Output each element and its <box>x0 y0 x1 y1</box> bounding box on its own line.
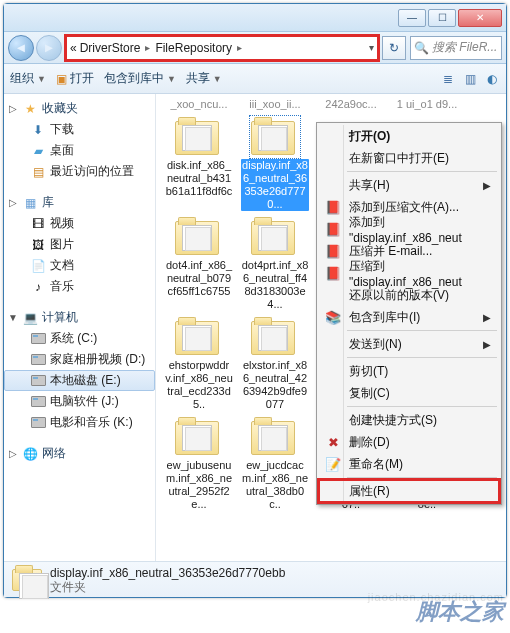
include-menu[interactable]: 包含到库中▼ <box>104 70 176 87</box>
menu-compress-to[interactable]: 📕压缩到 "display.inf_x86_neut <box>319 262 499 284</box>
address-bar: ◄ ► « DriverStore ▸ FileRepository ▸ ▾ ↻… <box>4 32 506 64</box>
menu-open[interactable]: 打开(O) <box>319 125 499 147</box>
search-input[interactable]: 🔍 搜索 FileR... <box>410 36 502 60</box>
tree-item-desktop[interactable]: ▰桌面 <box>4 140 155 161</box>
minimize-button[interactable]: — <box>398 9 426 27</box>
folder-item[interactable]: 1 ui_o1 d9... <box>392 98 462 111</box>
library-icon: 📚 <box>324 310 342 325</box>
tree-item-drive-j[interactable]: 电脑软件 (J:) <box>4 391 155 412</box>
menu-rename[interactable]: 📝重命名(M) <box>319 453 499 475</box>
rename-icon: 📝 <box>324 457 342 472</box>
breadcrumb-item[interactable]: DriverStore <box>80 41 141 55</box>
tree-group-libraries[interactable]: ▷▦库 <box>4 192 155 213</box>
help-icon[interactable]: ◐ <box>484 71 500 87</box>
menu-send-to[interactable]: 发送到(N)▶ <box>319 333 499 355</box>
watermark: 脚本之家 <box>416 597 504 627</box>
tree-item-drive-k[interactable]: 电影和音乐 (K:) <box>4 412 155 433</box>
view-icon[interactable]: ≣ <box>440 71 456 87</box>
tree-item-downloads[interactable]: ⬇下载 <box>4 119 155 140</box>
breadcrumb-sep: ▸ <box>143 42 152 53</box>
folder-item[interactable]: _xoo_ncu... <box>164 98 234 111</box>
titlebar: — ☐ ✕ <box>4 4 506 32</box>
address-input[interactable]: « DriverStore ▸ FileRepository ▸ ▾ <box>66 36 378 60</box>
tree-item-drive-e[interactable]: 本地磁盘 (E:) <box>4 370 155 391</box>
tree-group-network[interactable]: ▷🌐网络 <box>4 443 155 464</box>
folder-item[interactable]: ehstorpwddrv.inf_x86_neutral_ecd233d5.. <box>164 317 234 411</box>
breadcrumb-sep: ▸ <box>235 42 244 53</box>
open-button[interactable]: ▣打开 <box>56 70 94 87</box>
folder-item[interactable]: disk.inf_x86_neutral_b431b61a11f8df6c <box>164 117 234 211</box>
folder-item[interactable]: dot4prt.inf_x86_neutral_ff48d3183003e4..… <box>240 217 310 311</box>
maximize-button[interactable]: ☐ <box>428 9 456 27</box>
tree-item-music[interactable]: ♪音乐 <box>4 276 155 297</box>
menu-add-to[interactable]: 📕添加到 "display.inf_x86_neut <box>319 218 499 240</box>
menu-delete[interactable]: ✖删除(D) <box>319 431 499 453</box>
folder-item[interactable]: ew_jubusenum.inf_x86_neutral_2952f2e... <box>164 417 234 511</box>
breadcrumb-item[interactable]: FileRepository <box>155 41 232 55</box>
close-button[interactable]: ✕ <box>458 9 502 27</box>
folder-item[interactable]: elxstor.inf_x86_neutral_4263942b9dfe9077 <box>240 317 310 411</box>
forward-button[interactable]: ► <box>36 35 62 61</box>
folder-item[interactable]: 242a9oc... <box>316 98 386 111</box>
menu-shortcut[interactable]: 创建快捷方式(S) <box>319 409 499 431</box>
menu-share[interactable]: 共享(H)▶ <box>319 174 499 196</box>
back-button[interactable]: ◄ <box>8 35 34 61</box>
tree-item-drive-c[interactable]: 系统 (C:) <box>4 328 155 349</box>
menu-open-new-window[interactable]: 在新窗口中打开(E) <box>319 147 499 169</box>
folder-item-selected[interactable]: display.inf_x86_neutral_36353e26d7770... <box>240 117 310 211</box>
organize-menu[interactable]: 组织▼ <box>10 70 46 87</box>
folder-item[interactable]: dot4.inf_x86_neutral_b079cf65ff1c6755 <box>164 217 234 311</box>
tree-group-favorites[interactable]: ▷★收藏夹 <box>4 98 155 119</box>
context-menu: 打开(O) 在新窗口中打开(E) 共享(H)▶ 📕添加到压缩文件(A)... 📕… <box>316 122 502 505</box>
toolbar: 组织▼ ▣打开 包含到库中▼ 共享▼ ≣ ▥ ◐ <box>4 64 506 94</box>
menu-restore[interactable]: 还原以前的版本(V) <box>319 284 499 306</box>
refresh-button[interactable]: ↻ <box>382 36 406 60</box>
folder-item[interactable]: ew_jucdcacm.inf_x86_neutral_38db0c.. <box>240 417 310 511</box>
tree-item-recent[interactable]: ▤最近访问的位置 <box>4 161 155 182</box>
status-name: display.inf_x86_neutral_36353e26d7770ebb <box>50 566 285 580</box>
tree-item-pictures[interactable]: 🖼图片 <box>4 234 155 255</box>
tree-item-documents[interactable]: 📄文档 <box>4 255 155 276</box>
tree-item-drive-d[interactable]: 家庭相册视频 (D:) <box>4 349 155 370</box>
status-folder-icon <box>12 567 42 593</box>
search-icon: 🔍 <box>414 41 429 55</box>
sidebar: ▷★收藏夹 ⬇下载 ▰桌面 ▤最近访问的位置 ▷▦库 🎞视频 🖼图片 📄文档 ♪… <box>4 94 156 562</box>
breadcrumb-prefix: « <box>70 41 77 55</box>
menu-cut[interactable]: 剪切(T) <box>319 360 499 382</box>
archive-icon: 📕 <box>324 222 342 237</box>
menu-include-library[interactable]: 📚包含到库中(I)▶ <box>319 306 499 328</box>
search-placeholder: 搜索 FileR... <box>432 39 497 56</box>
archive-icon: 📕 <box>324 200 342 215</box>
preview-icon[interactable]: ▥ <box>462 71 478 87</box>
address-dropdown[interactable]: ▾ <box>369 42 374 53</box>
menu-properties[interactable]: 属性(R) <box>319 480 499 502</box>
tree-item-videos[interactable]: 🎞视频 <box>4 213 155 234</box>
status-type: 文件夹 <box>50 580 285 594</box>
folder-item[interactable]: iii_xoo_ii... <box>240 98 310 111</box>
status-bar: display.inf_x86_neutral_36353e26d7770ebb… <box>4 561 506 597</box>
menu-copy[interactable]: 复制(C) <box>319 382 499 404</box>
tree-group-computer[interactable]: ▼💻计算机 <box>4 307 155 328</box>
share-menu[interactable]: 共享▼ <box>186 70 222 87</box>
archive-icon: 📕 <box>324 244 342 259</box>
delete-icon: ✖ <box>324 435 342 450</box>
archive-icon: 📕 <box>324 266 342 281</box>
